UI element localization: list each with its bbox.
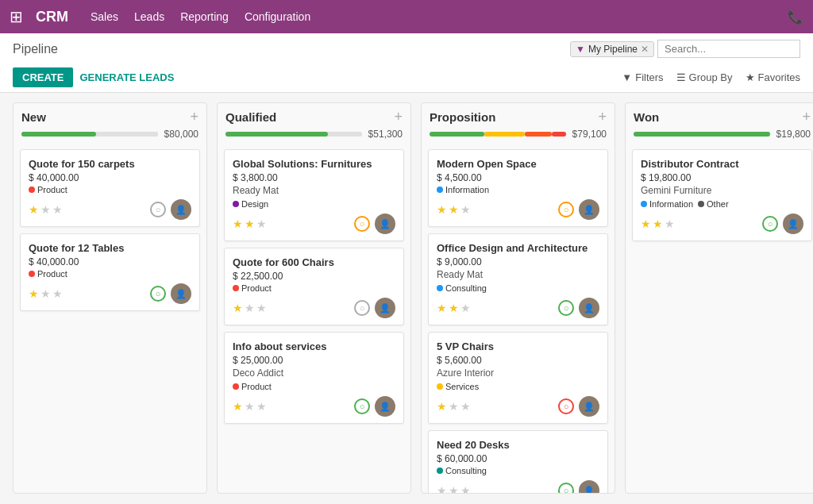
col-title-proposition: Proposition (430, 110, 495, 124)
card-tag: Information (437, 185, 489, 194)
card-stars[interactable]: ★★★ (233, 302, 267, 314)
card-activity-icon[interactable]: ○ (558, 398, 574, 414)
card-tag: Product (29, 185, 67, 194)
nav-sales[interactable]: Sales (91, 10, 118, 23)
favorites-button[interactable]: ★ Favorites (746, 71, 800, 83)
nav-reporting[interactable]: Reporting (180, 10, 229, 23)
star-filled[interactable]: ★ (233, 217, 243, 230)
phone-icon[interactable]: 📞 (788, 10, 803, 25)
card-avatar: 👤 (375, 214, 395, 234)
star-empty[interactable]: ★ (460, 302, 471, 314)
star-empty[interactable]: ★ (52, 287, 63, 300)
tag-dot (437, 285, 443, 291)
star-filled[interactable]: ★ (437, 203, 447, 216)
nav-leads[interactable]: Leads (134, 10, 164, 23)
star-empty[interactable]: ★ (437, 484, 447, 493)
star-empty[interactable]: ★ (40, 287, 51, 300)
card-activity-icon[interactable]: ○ (354, 300, 370, 316)
col-cards-proposition: Modern Open Space$ 4,500.00Information★★… (422, 144, 615, 493)
star-empty[interactable]: ★ (52, 203, 63, 216)
star-filled[interactable]: ★ (641, 217, 651, 230)
star-empty[interactable]: ★ (256, 302, 267, 314)
star-filled[interactable]: ★ (449, 302, 459, 314)
app-grid-icon[interactable]: ⊞ (10, 7, 23, 26)
star-empty[interactable]: ★ (256, 400, 267, 413)
right-actions: ▼ Filters ☰ Group By ★ Favorites (622, 71, 800, 83)
star-filled[interactable]: ★ (233, 302, 243, 314)
kanban-card[interactable]: Quote for 150 carpets$ 40,000.00Product★… (20, 149, 200, 227)
star-filled[interactable]: ★ (437, 400, 447, 413)
col-add-qualified[interactable]: + (394, 110, 403, 124)
star-filled[interactable]: ★ (29, 203, 39, 216)
create-button[interactable]: CREATE (13, 67, 73, 87)
card-stars[interactable]: ★★★ (437, 400, 471, 413)
star-empty[interactable]: ★ (40, 203, 51, 216)
col-amount-proposition: $79,100 (572, 129, 607, 140)
star-empty[interactable]: ★ (460, 400, 471, 413)
star-filled[interactable]: ★ (233, 400, 243, 413)
star-empty[interactable]: ★ (256, 217, 267, 230)
kanban-card[interactable]: 5 VP Chairs$ 5,600.00Azure InteriorServi… (428, 332, 608, 424)
card-activity-icon[interactable]: ○ (354, 398, 370, 414)
card-stars[interactable]: ★★★ (29, 287, 63, 300)
generate-leads-button[interactable]: GENERATE LEADS (79, 71, 174, 83)
tag-dot (233, 383, 239, 390)
star-filled[interactable]: ★ (437, 302, 447, 314)
star-empty[interactable]: ★ (245, 400, 255, 413)
filter-tag-my-pipeline[interactable]: ▼ My Pipeline ✕ (570, 41, 654, 57)
kanban-card[interactable]: Office Design and Architecture$ 9,000.00… (428, 233, 608, 325)
col-add-won[interactable]: + (802, 110, 811, 124)
star-empty[interactable]: ★ (449, 484, 459, 493)
tag-dot (233, 285, 239, 291)
star-empty[interactable]: ★ (460, 203, 471, 216)
col-header-proposition: Proposition + (422, 103, 615, 129)
star-filled[interactable]: ★ (245, 217, 255, 230)
kanban-card[interactable]: Quote for 600 Chairs$ 22,500.00Product★★… (224, 248, 404, 325)
card-title: Quote for 12 Tables (29, 242, 191, 254)
card-amount: $ 9,000.00 (437, 256, 599, 267)
nav-configuration[interactable]: Configuration (245, 10, 310, 23)
card-activity-icon[interactable]: ○ (150, 286, 166, 302)
funnel-icon: ▼ (576, 44, 585, 55)
card-activity-icon[interactable]: ○ (558, 202, 574, 217)
col-amount-new: $80,000 (164, 129, 198, 140)
card-amount: $ 4,500.00 (437, 172, 599, 183)
card-stars[interactable]: ★★★ (233, 217, 267, 230)
star-empty[interactable]: ★ (665, 217, 675, 230)
card-avatar: 👤 (171, 283, 191, 304)
kanban-card[interactable]: Info about services$ 25,000.00Deco Addic… (224, 332, 404, 424)
kanban-card[interactable]: Need 20 Desks$ 60,000.00Consulting★★★○👤 (428, 430, 608, 493)
card-stars[interactable]: ★★★ (233, 400, 267, 413)
kanban-card[interactable]: Quote for 12 Tables$ 40,000.00Product★★★… (20, 233, 200, 311)
card-activity-icon[interactable]: ○ (558, 483, 574, 493)
card-footer: ★★★○👤 (437, 396, 599, 417)
card-stars[interactable]: ★★★ (641, 217, 675, 230)
star-empty[interactable]: ★ (460, 484, 471, 493)
kanban-card[interactable]: Distributor Contract$ 19,800.00Gemini Fu… (632, 149, 812, 241)
kanban-card[interactable]: Global Solutions: Furnitures$ 3,800.00Re… (224, 149, 404, 241)
col-add-new[interactable]: + (190, 110, 198, 124)
search-input[interactable] (657, 40, 800, 58)
star-filled[interactable]: ★ (29, 287, 39, 300)
card-stars[interactable]: ★★★ (437, 484, 471, 493)
col-title-won: Won (634, 110, 659, 124)
sub-header: Pipeline ▼ My Pipeline ✕ CREATE GENERATE… (0, 33, 813, 93)
card-activity-icon[interactable]: ○ (354, 216, 370, 232)
card-stars[interactable]: ★★★ (437, 302, 471, 314)
card-activity-icon[interactable]: ○ (762, 216, 778, 232)
card-stars[interactable]: ★★★ (29, 203, 63, 216)
kanban-col-qualified: Qualified + $51,300Global Solutions: Fur… (217, 102, 411, 494)
filter-tag-close[interactable]: ✕ (641, 44, 649, 55)
card-activity-icon[interactable]: ○ (150, 202, 166, 217)
star-empty[interactable]: ★ (449, 400, 459, 413)
group-by-button[interactable]: ☰ Group By (676, 71, 733, 83)
star-filled[interactable]: ★ (449, 203, 459, 216)
star-filled[interactable]: ★ (653, 217, 663, 230)
card-title: Office Design and Architecture (437, 242, 599, 254)
filters-button[interactable]: ▼ Filters (622, 71, 663, 83)
card-stars[interactable]: ★★★ (437, 203, 471, 216)
col-add-proposition[interactable]: + (598, 110, 607, 124)
kanban-card[interactable]: Modern Open Space$ 4,500.00Information★★… (428, 149, 608, 227)
card-activity-icon[interactable]: ○ (558, 300, 574, 316)
star-empty[interactable]: ★ (245, 302, 255, 314)
